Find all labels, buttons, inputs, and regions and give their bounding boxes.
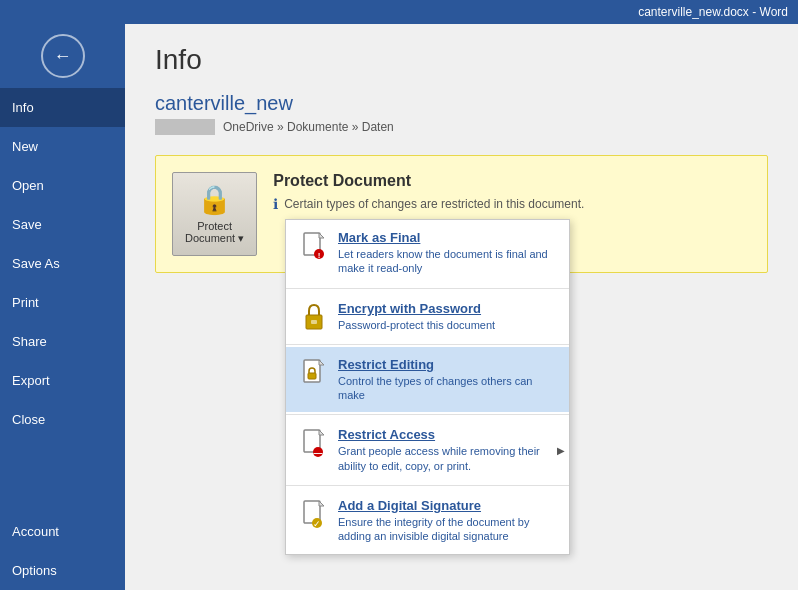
- document-name: canterville_new: [155, 92, 768, 115]
- sidebar-item-info[interactable]: Info: [0, 88, 125, 127]
- sidebar-item-save[interactable]: Save: [0, 205, 125, 244]
- dropdown-item-encrypt[interactable]: Encrypt with Password Password-protect t…: [286, 291, 569, 342]
- back-button[interactable]: ←: [41, 34, 85, 78]
- info-icon: ℹ: [273, 196, 278, 212]
- protect-content: Protect Document ℹ Certain types of chan…: [273, 172, 584, 212]
- protect-dropdown-menu: ! Mark as Final Let readers know the doc…: [285, 219, 570, 555]
- sidebar-item-export[interactable]: Export: [0, 361, 125, 400]
- back-icon: ←: [54, 46, 72, 67]
- sidebar-item-open[interactable]: Open: [0, 166, 125, 205]
- svg-marker-14: [319, 501, 324, 506]
- title-bar-text: canterville_new.docx - Word: [638, 5, 788, 19]
- svg-marker-10: [319, 430, 324, 435]
- sidebar-item-share[interactable]: Share: [0, 322, 125, 361]
- dropdown-item-restrict-editing[interactable]: Restrict Editing Control the types of ch…: [286, 347, 569, 413]
- digital-signature-desc: Ensure the integrity of the document by …: [338, 515, 555, 544]
- document-path: OneDrive » Dokumente » Daten: [155, 119, 768, 135]
- submenu-arrow-icon: ▶: [557, 445, 565, 456]
- mark-as-final-desc: Let readers know the document is final a…: [338, 247, 555, 276]
- path-bar: [155, 119, 215, 135]
- sidebar-item-label: Save: [12, 217, 42, 232]
- mark-as-final-icon: !: [300, 232, 328, 260]
- page-title: Info: [155, 44, 768, 76]
- restrict-editing-content: Restrict Editing Control the types of ch…: [338, 357, 555, 403]
- sidebar-item-label: Info: [12, 100, 34, 115]
- svg-text:—: —: [314, 448, 323, 457]
- restrict-editing-title: Restrict Editing: [338, 357, 555, 372]
- content-area: Info canterville_new OneDrive » Dokument…: [125, 24, 798, 590]
- restrict-editing-desc: Control the types of changes others can …: [338, 374, 555, 403]
- protect-description: ℹ Certain types of changes are restricte…: [273, 196, 584, 212]
- restrict-access-desc: Grant people access while removing their…: [338, 444, 555, 473]
- sidebar-item-label: Options: [12, 563, 57, 578]
- protect-document-button[interactable]: 🔒 ProtectDocument ▾: [172, 172, 257, 256]
- encrypt-icon: [300, 303, 328, 331]
- encrypt-content: Encrypt with Password Password-protect t…: [338, 301, 495, 332]
- sidebar-item-new[interactable]: New: [0, 127, 125, 166]
- sidebar-item-label: Print: [12, 295, 39, 310]
- sidebar-item-label: Account: [12, 524, 59, 539]
- sidebar-item-label: Open: [12, 178, 44, 193]
- divider-2: [286, 344, 569, 345]
- sidebar-item-label: Export: [12, 373, 50, 388]
- svg-text:!: !: [318, 251, 321, 260]
- encrypt-title: Encrypt with Password: [338, 301, 495, 316]
- protect-title: Protect Document: [273, 172, 584, 190]
- divider-1: [286, 288, 569, 289]
- digital-signature-icon: ✓: [300, 500, 328, 528]
- sidebar-item-print[interactable]: Print: [0, 283, 125, 322]
- svg-marker-1: [319, 233, 324, 238]
- sidebar-item-label: Share: [12, 334, 47, 349]
- sidebar-item-options[interactable]: Options: [0, 551, 125, 590]
- protect-btn-label: ProtectDocument ▾: [185, 220, 244, 245]
- mark-as-final-title: Mark as Final: [338, 230, 555, 245]
- sidebar-item-account[interactable]: Account: [0, 512, 125, 551]
- restrict-access-icon: —: [300, 429, 328, 457]
- restrict-editing-icon: [300, 359, 328, 387]
- sidebar-item-label: New: [12, 139, 38, 154]
- dropdown-item-restrict-access[interactable]: — Restrict Access Grant people access wh…: [286, 417, 569, 483]
- dropdown-item-mark-as-final[interactable]: ! Mark as Final Let readers know the doc…: [286, 220, 569, 286]
- svg-rect-5: [311, 320, 317, 324]
- dropdown-item-digital-signature[interactable]: ✓ Add a Digital Signature Ensure the int…: [286, 488, 569, 554]
- sidebar-item-save-as[interactable]: Save As: [0, 244, 125, 283]
- title-bar: canterville_new.docx - Word: [0, 0, 798, 24]
- svg-rect-8: [308, 373, 316, 379]
- encrypt-desc: Password-protect this document: [338, 318, 495, 332]
- digital-signature-title: Add a Digital Signature: [338, 498, 555, 513]
- restrict-access-title: Restrict Access: [338, 427, 555, 442]
- sidebar-spacer: [0, 439, 125, 512]
- sidebar-item-close[interactable]: Close: [0, 400, 125, 439]
- divider-3: [286, 414, 569, 415]
- svg-text:✓: ✓: [313, 519, 321, 528]
- lock-icon: 🔒: [197, 183, 232, 216]
- path-text: OneDrive » Dokumente » Daten: [223, 120, 394, 134]
- divider-4: [286, 485, 569, 486]
- main-container: ← Info New Open Save Save As Print Share…: [0, 24, 798, 590]
- mark-as-final-content: Mark as Final Let readers know the docum…: [338, 230, 555, 276]
- sidebar-item-label: Close: [12, 412, 45, 427]
- sidebar: ← Info New Open Save Save As Print Share…: [0, 24, 125, 590]
- restrict-access-content: Restrict Access Grant people access whil…: [338, 427, 555, 473]
- svg-marker-7: [319, 360, 324, 365]
- sidebar-item-label: Save As: [12, 256, 60, 271]
- digital-signature-content: Add a Digital Signature Ensure the integ…: [338, 498, 555, 544]
